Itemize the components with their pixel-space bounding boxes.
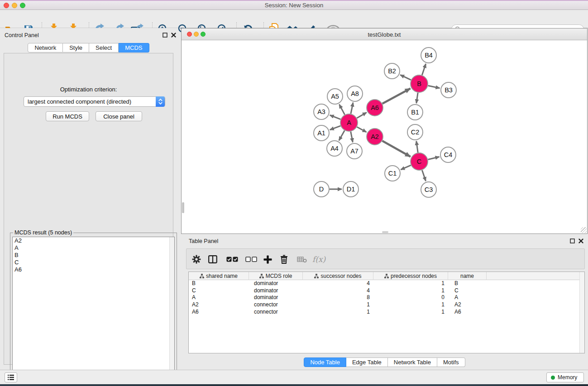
tab-network[interactable]: Network — [28, 43, 63, 52]
cell-name[interactable]: C — [448, 287, 487, 295]
cell-mcds-role[interactable]: connector — [249, 301, 303, 309]
mcds-list-scrollbar[interactable] — [169, 237, 174, 384]
tab-mcds[interactable]: MCDS — [119, 43, 149, 52]
column-header-successor-nodes[interactable]: successor nodes — [303, 272, 373, 280]
function-builder-button-disabled[interactable]: f(x) — [312, 253, 325, 265]
mcds-result-list[interactable]: A2ABCA6 — [12, 237, 175, 385]
close-panel-button[interactable]: Close panel — [96, 111, 142, 121]
network-node-C3[interactable]: C3 — [421, 182, 436, 197]
mcds-result-item[interactable]: A — [13, 244, 174, 252]
create-column-button[interactable] — [263, 253, 272, 265]
network-edge-A-A8[interactable] — [351, 103, 353, 114]
cell-name[interactable]: A — [448, 294, 487, 301]
network-node-B[interactable]: B — [411, 75, 428, 92]
network-node-A8[interactable]: A8 — [347, 86, 363, 101]
tab-style[interactable]: Style — [63, 43, 89, 52]
network-edge-B-B3[interactable] — [428, 86, 440, 88]
tab-select[interactable]: Select — [89, 43, 119, 52]
delete-table-button-disabled[interactable] — [297, 253, 307, 265]
network-edge-B-B1[interactable] — [416, 93, 418, 103]
network-node-B2[interactable]: B2 — [384, 63, 400, 79]
network-edge-A-A3[interactable] — [330, 115, 341, 119]
cell-successor-nodes[interactable]: 1 — [303, 301, 373, 309]
network-edge-A-A1[interactable] — [330, 126, 341, 130]
cell-mcds-role[interactable]: dominator — [249, 294, 303, 301]
cell-predecessor-nodes[interactable]: 0 — [373, 294, 448, 301]
delete-column-button[interactable] — [280, 253, 288, 265]
network-node-A1[interactable]: A1 — [314, 125, 329, 141]
cell-shared-name[interactable]: B — [189, 280, 249, 287]
cell-successor-nodes[interactable]: 4 — [303, 280, 373, 287]
network-edge-C-C2[interactable] — [416, 141, 418, 152]
network-node-C1[interactable]: C1 — [385, 166, 400, 181]
cell-mcds-role[interactable]: dominator — [249, 280, 303, 287]
table-row[interactable]: Adominator80A — [189, 294, 584, 301]
mcds-result-item[interactable]: B — [13, 252, 174, 259]
network-node-B3[interactable]: B3 — [441, 82, 456, 98]
cell-successor-nodes[interactable]: 4 — [303, 287, 373, 295]
optimization-criterion-dropdown[interactable]: largest connected component (directed) — [24, 96, 165, 107]
network-node-D[interactable]: D — [314, 181, 329, 197]
canvas-vertical-scroll-thumb[interactable] — [182, 202, 184, 213]
deselect-all-rows-button[interactable] — [245, 253, 257, 265]
network-node-A4[interactable]: A4 — [327, 141, 342, 156]
network-edge-C-C4[interactable] — [428, 157, 439, 160]
close-panel-icon[interactable] — [170, 32, 177, 38]
network-node-A6[interactable]: A6 — [367, 100, 383, 116]
cell-name[interactable]: A2 — [448, 301, 487, 309]
network-canvas[interactable]: AA1A2A3A4A5A6A7A8BB1B2B3B4CC1C2C3C4DD1 — [182, 40, 587, 234]
tab-motifs[interactable]: Motifs — [437, 357, 465, 367]
select-all-rows-button[interactable] — [226, 253, 238, 265]
node-table[interactable]: shared nameMCDS rolesuccessor nodesprede… — [188, 272, 585, 353]
tab-node-table[interactable]: Node Table — [304, 357, 346, 367]
network-node-D1[interactable]: D1 — [343, 181, 359, 197]
network-edge-B-B4[interactable] — [422, 64, 425, 75]
column-header-mcds-role[interactable]: MCDS role — [249, 272, 303, 280]
mcds-result-item[interactable]: A2 — [13, 237, 174, 244]
cell-successor-nodes[interactable]: 1 — [303, 309, 373, 316]
network-node-A2[interactable]: A2 — [367, 129, 383, 145]
table-row[interactable]: Cdominator41C — [189, 287, 584, 295]
memory-status-button[interactable]: Memory — [546, 372, 584, 382]
network-edge-A2-C[interactable] — [382, 141, 411, 157]
cell-shared-name[interactable]: A — [189, 294, 249, 301]
table-row[interactable]: A2connector11A2 — [189, 301, 584, 309]
show-columns-button[interactable] — [208, 253, 217, 265]
mcds-result-item[interactable]: A6 — [13, 266, 174, 273]
column-header-shared-name[interactable]: shared name — [189, 272, 249, 280]
column-header-name[interactable]: name — [448, 272, 487, 280]
task-history-button[interactable] — [5, 372, 17, 382]
table-row[interactable]: Bdominator41B — [189, 280, 584, 287]
close-table-panel-icon[interactable] — [578, 238, 584, 244]
table-vertical-scrollbar[interactable] — [579, 272, 584, 353]
cell-successor-nodes[interactable]: 8 — [303, 294, 373, 301]
window-resize-grip[interactable] — [581, 227, 587, 233]
network-edge-A6-B[interactable] — [382, 88, 411, 103]
network-node-C4[interactable]: C4 — [440, 147, 456, 162]
table-settings-button[interactable] — [192, 253, 201, 265]
canvas-horizontal-scroll-thumb[interactable] — [382, 231, 388, 233]
network-node-C[interactable]: C — [411, 153, 428, 170]
cell-shared-name[interactable]: A6 — [189, 309, 249, 316]
network-node-B1[interactable]: B1 — [407, 105, 423, 120]
network-window-titlebar[interactable]: testGlobe.txt — [182, 29, 587, 40]
network-edge-B-B2[interactable] — [400, 75, 411, 80]
column-header-predecessor-nodes[interactable]: predecessor nodes — [373, 272, 448, 280]
cell-mcds-role[interactable]: dominator — [249, 287, 303, 295]
network-edge-C-C1[interactable] — [401, 165, 411, 170]
network-edge-A-A5[interactable] — [339, 105, 344, 115]
cell-predecessor-nodes[interactable]: 1 — [373, 301, 448, 309]
network-node-A[interactable]: A — [340, 114, 358, 131]
cell-predecessor-nodes[interactable]: 1 — [373, 309, 448, 316]
network-edge-C-C3[interactable] — [422, 170, 425, 181]
tab-network-table[interactable]: Network Table — [388, 357, 437, 367]
network-edge-A-A2[interactable] — [357, 127, 367, 132]
network-node-A3[interactable]: A3 — [314, 104, 329, 119]
table-row[interactable]: A6connector11A6 — [189, 309, 584, 316]
network-node-A5[interactable]: A5 — [327, 89, 343, 104]
network-node-C2[interactable]: C2 — [407, 124, 423, 140]
cell-shared-name[interactable]: A2 — [189, 301, 249, 309]
network-node-B4[interactable]: B4 — [421, 48, 436, 63]
run-mcds-button[interactable]: Run MCDS — [46, 111, 89, 121]
float-table-panel-icon[interactable] — [569, 238, 575, 244]
